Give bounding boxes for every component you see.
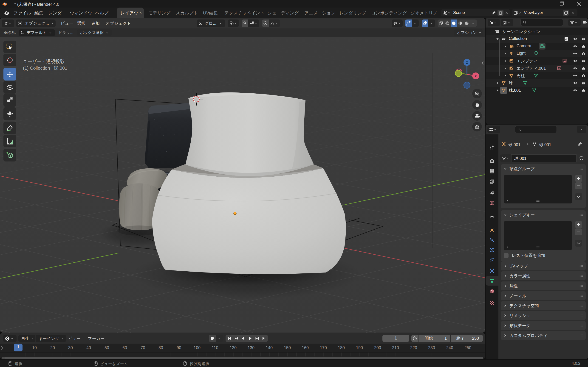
svg-text:Z: Z — [466, 60, 468, 65]
svg-text:X: X — [475, 74, 477, 78]
